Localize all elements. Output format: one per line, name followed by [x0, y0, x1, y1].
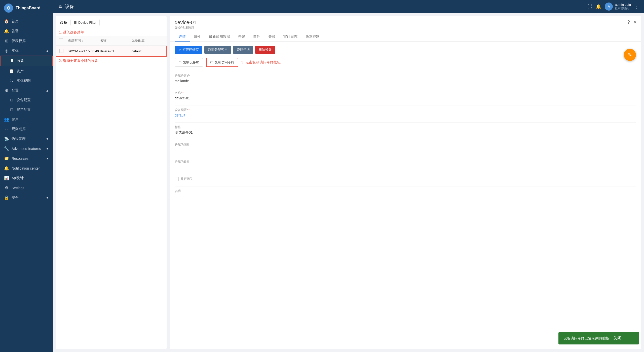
manage-credentials-button[interactable]: 管理凭据 — [233, 46, 253, 54]
notifications-icon[interactable]: 🔔 — [596, 4, 601, 9]
user-name: admin dalu — [615, 3, 631, 7]
content-area: 设备 ☰ Device Filter 1. 进入设备菜单 创建时间 ↓ 名称 — [53, 13, 644, 352]
field-firmware: 分配的固件 — [175, 143, 636, 152]
software-value — [175, 165, 636, 169]
sidebar-item-edge[interactable]: 📡 边缘管理 ▼ — [0, 134, 53, 144]
security-chevron-icon: ▼ — [46, 196, 49, 200]
sidebar-item-device-config[interactable]: □ 设备配置 — [0, 95, 53, 105]
sidebar-item-resources[interactable]: 📁 Resources ▼ — [0, 153, 53, 163]
copy-token-button[interactable]: ⬚ 复制访问令牌 — [207, 58, 238, 66]
sidebar-item-home[interactable]: 🏠 首页 — [0, 16, 53, 26]
sidebar-item-rule-chain[interactable]: ↔ 规则链库 — [0, 124, 53, 134]
sidebar-item-settings[interactable]: ⚙ Settings — [0, 183, 53, 193]
sidebar-item-config-label: 配置 — [12, 88, 19, 93]
open-detail-label: 打开详情页 — [182, 48, 199, 52]
tab-detail[interactable]: 详情 — [175, 32, 190, 42]
tab-telemetry[interactable]: 最新遥测数据 — [205, 32, 234, 42]
copy-id-button[interactable]: ⬚ 复制设备ID — [175, 58, 203, 67]
unassign-button[interactable]: 取消分配客户 — [204, 46, 231, 54]
settings-icon: ⚙ — [4, 185, 9, 190]
user-details: admin dalu 租户管理员 — [615, 3, 631, 10]
sidebar-item-api-label: Api统计 — [12, 176, 24, 180]
tab-relation[interactable]: 关联 — [264, 32, 279, 42]
help-button[interactable]: ? — [627, 20, 630, 25]
divider-5 — [175, 140, 636, 140]
sidebar-item-advanced[interactable]: 🔧 Advanced features ▼ — [0, 144, 53, 153]
toast-close-button[interactable]: 关闭 — [613, 336, 621, 341]
row-checkbox[interactable] — [59, 49, 63, 53]
detail-title: device-01 — [175, 20, 636, 25]
sidebar-item-asset[interactable]: 📋 资产 — [0, 66, 53, 76]
sidebar-item-dashboard[interactable]: ⊞ 仪表板库 — [0, 36, 53, 46]
delete-button[interactable]: 删除设备 — [255, 46, 275, 54]
annotation-3-text: 3. 点击复制访问令牌按钮 — [241, 60, 281, 65]
fullscreen-icon[interactable]: ⛶ — [588, 4, 592, 9]
copy-id-label: 复制设备ID — [183, 60, 199, 65]
detail-header: device-01 设备详细信息 详情 属性 最新遥测数据 告警 — [170, 16, 641, 42]
sidebar-item-entity[interactable]: ◎ 实体 ▲ — [0, 46, 53, 56]
col-created: 创建时间 ↓ — [68, 38, 100, 43]
tab-event[interactable]: 事件 — [249, 32, 264, 42]
sidebar-item-entity-label: 实体 — [12, 49, 19, 53]
logo-icon: ⚙ — [4, 4, 13, 13]
sidebar-item-customer[interactable]: 👥 客户 — [0, 114, 53, 124]
action-buttons-row1: ↗ 打开详情页 取消分配客户 管理凭据 删除设备 — [175, 46, 636, 54]
sidebar-item-asset-config-label: 资产配置 — [17, 107, 31, 112]
resources-icon: 📁 — [4, 156, 9, 161]
home-icon: 🏠 — [4, 19, 9, 24]
field-software: 分配的软件 — [175, 160, 636, 169]
table-row[interactable]: 2023-12-21 15:00:40 device-01 default — [56, 46, 167, 57]
sidebar-item-security[interactable]: 🔒 安全 ▼ — [0, 193, 53, 203]
gateway-field: 是否网关 — [175, 177, 636, 181]
detail-content: ↗ 打开详情页 取消分配客户 管理凭据 删除设备 — [170, 42, 641, 349]
divider-3 — [175, 105, 636, 105]
gateway-label: 是否网关 — [181, 177, 193, 181]
open-detail-button[interactable]: ↗ 打开详情页 — [175, 46, 202, 54]
tab-version[interactable]: 版本控制 — [301, 32, 324, 42]
table-header: 创建时间 ↓ 名称 设备配置 — [56, 36, 167, 46]
filter-label: Device Filter — [78, 21, 96, 24]
edge-chevron-icon: ▼ — [46, 137, 49, 141]
sidebar-item-notification[interactable]: 🔔 Notification center — [0, 163, 53, 173]
software-label: 分配的软件 — [175, 160, 636, 164]
open-detail-icon: ↗ — [178, 48, 181, 52]
config-icon: ⚙ — [4, 88, 9, 93]
sidebar-item-device[interactable]: 🖥 设备 — [0, 56, 53, 66]
advanced-chevron-icon: ▼ — [46, 147, 49, 150]
device-filter-button[interactable]: ☰ Device Filter — [70, 19, 100, 26]
sidebar-item-alarm[interactable]: 🔔 告警 — [0, 26, 53, 36]
sidebar-item-home-label: 首页 — [12, 19, 19, 24]
sidebar-item-resources-label: Resources — [12, 157, 28, 161]
header-checkbox[interactable] — [59, 38, 63, 42]
sidebar-item-asset-config[interactable]: □ 资产配置 — [0, 105, 53, 114]
sidebar-item-api[interactable]: 📊 Api统计 — [0, 173, 53, 183]
user-info[interactable]: A admin dalu 租户管理员 — [605, 3, 631, 11]
entity-view-icon: 🗂 — [9, 79, 14, 83]
entity-chevron-icon: ▲ — [46, 49, 49, 53]
divider-8 — [175, 186, 636, 186]
close-button[interactable]: ✕ — [633, 20, 637, 25]
field-gateway: 是否网关 — [175, 177, 636, 181]
sidebar-item-config[interactable]: ⚙ 配置 ▲ — [0, 86, 53, 95]
edit-fab-button[interactable]: ✎ — [624, 49, 636, 61]
copy-token-label: 复制访问令牌 — [215, 60, 234, 65]
description-label: 说明 — [175, 189, 636, 193]
api-icon: 📊 — [4, 176, 9, 180]
device-config-value[interactable]: default — [175, 113, 636, 117]
sidebar-item-rule-chain-label: 规则链库 — [12, 127, 26, 131]
assign-customer-value: meilande — [175, 79, 636, 83]
row-created: 2023-12-21 15:00:40 — [68, 49, 100, 53]
tab-audit[interactable]: 审计日志 — [279, 32, 301, 42]
annotation-2-text: 2. 选择要查看令牌的设备 — [59, 59, 98, 63]
more-icon[interactable]: ⋮ — [634, 4, 639, 9]
device-list-panel: 设备 ☰ Device Filter 1. 进入设备菜单 创建时间 ↓ 名称 — [56, 16, 167, 349]
field-name: 名称* device-01 — [175, 91, 636, 100]
description-value — [175, 194, 636, 198]
col-checkbox — [59, 38, 68, 43]
tab-alarm[interactable]: 告警 — [234, 32, 249, 42]
tab-attributes[interactable]: 属性 — [190, 32, 205, 42]
gateway-checkbox[interactable] — [175, 177, 179, 181]
divider-4 — [175, 122, 636, 123]
rule-chain-icon: ↔ — [4, 127, 9, 131]
sidebar-item-entity-view[interactable]: 🗂 实体视图 — [0, 76, 53, 86]
